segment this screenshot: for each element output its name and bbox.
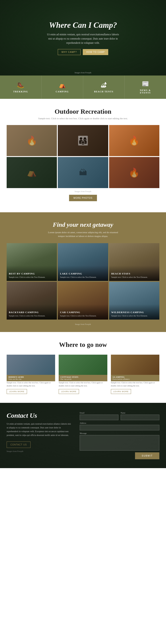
- learn-more-button-3[interactable]: LEARN MORE: [111, 389, 131, 394]
- getaway-card-car[interactable]: CAR CAMPING Sample text. Click to select…: [58, 282, 108, 320]
- people-icon-2: 👨‍👩‍👧: [78, 136, 88, 146]
- camping-icon: ⛺: [59, 82, 66, 88]
- outdoor-title: Outdoor Recreation: [7, 108, 159, 115]
- campfire-icon-1: 🔥: [26, 136, 37, 146]
- getaway-card-text-5: Sample text. Click to select the Text El…: [60, 314, 106, 317]
- mountain-icon-5: 🏔: [79, 168, 87, 177]
- camping-label: CAMPING: [56, 90, 69, 93]
- hero-text: Ut enim ad minim veniam, quis nostrud ex…: [45, 32, 121, 45]
- email-group: Email: [80, 412, 118, 420]
- submit-button[interactable]: SUBMIT: [135, 452, 159, 459]
- getaway-card-best-rv[interactable]: BEST RV CAMPING Sample text. Click to se…: [7, 243, 57, 281]
- getaway-overlay-4: BACKYARD CAMPING Sample text. Click to s…: [7, 304, 57, 320]
- where-badge-1: HIDDEN GEMS Sites on the rise: [7, 375, 55, 381]
- where-card-hidden-gems: HIDDEN GEMS Sites on the rise Sample tex…: [7, 355, 55, 394]
- getaway-attribution: Image from Freepik: [7, 323, 159, 325]
- outdoor-photo-2[interactable]: 👨‍👩‍👧: [58, 125, 108, 156]
- where-badge-sub-3: Exercitation ullamco: [113, 378, 158, 380]
- getaway-overlay-5: CAR CAMPING Sample text. Click to select…: [58, 304, 108, 320]
- trekking-icon: 🥾: [17, 82, 24, 88]
- beach-tents-label: BEACH TENTS: [94, 90, 113, 93]
- more-photos-button[interactable]: MORE PHOTOS: [69, 195, 97, 201]
- tent-icon-4: ⛺: [27, 168, 37, 177]
- where-img-2: COTTAGE STAYS Our top picks: [59, 355, 107, 381]
- getaway-overlay-6: WILDERNESS CAMPING Sample text. Click to…: [109, 304, 159, 320]
- learn-more-button-1[interactable]: LEARN MORE: [7, 389, 27, 394]
- where-badge-title-3: GLAMPING: [113, 376, 158, 378]
- why-camp-button[interactable]: WHY CAMP?: [58, 49, 81, 55]
- sidebar-item-trekking[interactable]: 🥾 TREKKING: [0, 76, 42, 99]
- where-title: Where to go now: [7, 341, 159, 348]
- getaway-overlay-3: BEACH STAYS Sample text. Click to select…: [109, 266, 159, 281]
- contact-title: Contact Us: [7, 412, 73, 419]
- getaway-section: Find your next getaway Lorem ipsum dolor…: [0, 212, 166, 332]
- email-field[interactable]: [80, 414, 118, 420]
- getaway-card-title-3: BEACH STAYS: [111, 272, 157, 275]
- getaway-overlay-2: LAKE CAMPING Sample text. Click to selec…: [58, 266, 108, 281]
- outdoor-photo-6[interactable]: 🔥: [109, 157, 159, 188]
- trekking-label: TREKKING: [13, 90, 28, 93]
- hero-title: Where Can I Camp?: [49, 20, 117, 30]
- where-badge-2: COTTAGE STAYS Our top picks: [59, 375, 107, 381]
- outdoor-photo-grid: 🔥 👨‍👩‍👧 🔥 ⛺ 🏔 🔥: [7, 125, 159, 188]
- name-label: Name: [121, 412, 159, 414]
- where-badge-sub-1: Sites on the rise: [8, 378, 53, 380]
- form-row-1: Email Name: [80, 412, 159, 420]
- message-group: Message: [80, 432, 159, 450]
- email-label: Email: [80, 412, 118, 414]
- where-badge-3: GLAMPING Exercitation ullamco: [111, 375, 159, 381]
- message-field[interactable]: [80, 435, 159, 450]
- contact-us-button[interactable]: CONTACT US: [7, 442, 31, 448]
- where-card-text-1: Sample text. Click to select the text bo…: [7, 381, 55, 387]
- where-card-text-2: Sample text. Click to select the text bo…: [59, 381, 107, 387]
- flame-icon-3: 🔥: [129, 136, 140, 146]
- sidebar-item-news-events[interactable]: 📰 NEWS &EVENTS: [125, 76, 166, 99]
- where-badge-title-2: COTTAGE STAYS: [60, 376, 105, 378]
- getaway-card-text-6: Sample text. Click to select the Text El…: [111, 314, 157, 317]
- icon-row: 🥾 TREKKING ⛺ CAMPING 🏕 BEACH TENTS 📰 NEW…: [0, 76, 166, 99]
- getaway-card-beach[interactable]: BEACH STAYS Sample text. Click to select…: [109, 243, 159, 281]
- where-badge-title-1: HIDDEN GEMS: [8, 376, 53, 378]
- contact-left: Contact Us Ut enim ad minim veniam, quis…: [7, 412, 73, 459]
- where-card-cottage: COTTAGE STAYS Our top picks Sample text.…: [59, 355, 107, 394]
- name-field[interactable]: [121, 414, 159, 420]
- getaway-card-text-2: Sample text. Click to select the Text El…: [60, 276, 106, 279]
- outdoor-photo-4[interactable]: ⛺: [7, 157, 57, 188]
- message-label: Message: [80, 432, 159, 434]
- getaway-card-backyard[interactable]: BACKYARD CAMPING Sample text. Click to s…: [7, 282, 57, 320]
- people-fire-icon-6: 🔥: [129, 168, 140, 178]
- beach-tents-icon: 🏕: [101, 82, 107, 88]
- name-group: Name: [121, 412, 159, 420]
- contact-right: Email Name Address Message SUBMIT: [80, 412, 159, 459]
- getaway-card-lake[interactable]: LAKE CAMPING Sample text. Click to selec…: [58, 243, 108, 281]
- how-to-camp-button[interactable]: HOW TO CAMP: [83, 49, 108, 55]
- hero-attribution: Images from Freepik: [75, 72, 91, 74]
- getaway-grid: BEST RV CAMPING Sample text. Click to se…: [7, 243, 159, 320]
- sidebar-item-camping[interactable]: ⛺ CAMPING: [42, 76, 83, 99]
- getaway-card-title-6: WILDERNESS CAMPING: [111, 311, 157, 314]
- news-events-icon: 📰: [142, 80, 149, 87]
- address-field[interactable]: [80, 425, 159, 430]
- outdoor-photo-3[interactable]: 🔥: [109, 125, 159, 156]
- learn-more-button-2[interactable]: LEARN MORE: [59, 389, 79, 394]
- getaway-card-text-1: Sample text. Click to select the Text El…: [9, 276, 55, 279]
- outdoor-attribution: Images from Freepik: [7, 190, 159, 192]
- where-section: Where to go now HIDDEN GEMS Sites on the…: [0, 332, 166, 403]
- getaway-card-wilderness[interactable]: WILDERNESS CAMPING Sample text. Click to…: [109, 282, 159, 320]
- address-group: Address: [80, 422, 159, 430]
- outdoor-photo-5[interactable]: 🏔: [58, 157, 108, 188]
- getaway-overlay-1: BEST RV CAMPING Sample text. Click to se…: [7, 266, 57, 281]
- outdoor-subtitle: Sample text. Click to select the text bo…: [7, 117, 159, 120]
- contact-attribution: Images from Freepik: [7, 450, 73, 452]
- hero-buttons: WHY CAMP? HOW TO CAMP: [58, 49, 108, 55]
- outdoor-photo-1[interactable]: 🔥: [7, 125, 57, 156]
- where-card-text-3: Sample text. Click to select the text bo…: [111, 381, 159, 387]
- getaway-title: Find your next getaway: [7, 221, 159, 228]
- getaway-card-text-4: Sample text. Click to select the Text El…: [9, 314, 55, 317]
- where-img-1: HIDDEN GEMS Sites on the rise: [7, 355, 55, 381]
- outdoor-section: Outdoor Recreation Sample text. Click to…: [0, 99, 166, 212]
- sidebar-item-beach-tents[interactable]: 🏕 BEACH TENTS: [83, 76, 125, 99]
- getaway-card-text-3: Sample text. Click to select the Text El…: [111, 276, 157, 279]
- getaway-card-title-2: LAKE CAMPING: [60, 272, 106, 275]
- getaway-card-title-4: BACKYARD CAMPING: [9, 311, 55, 314]
